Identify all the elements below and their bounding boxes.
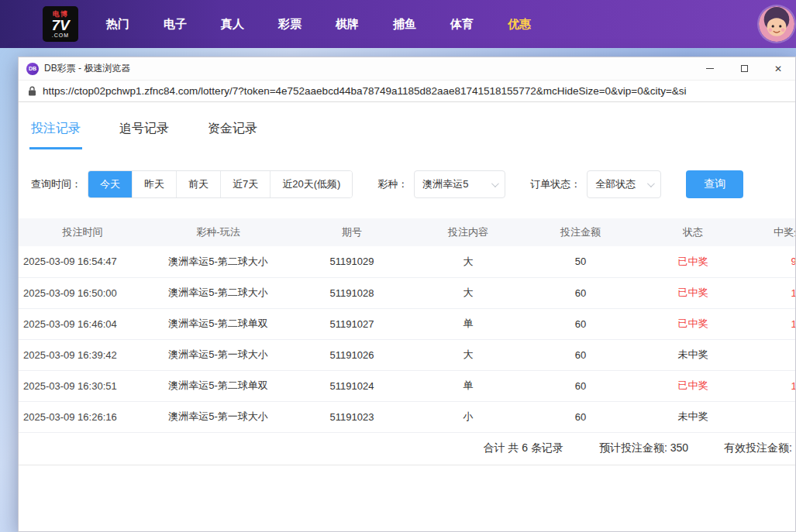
user-avatar[interactable] bbox=[759, 6, 794, 42]
table-row: 2025-03-09 16:39:42 澳洲幸运5-第一球大小 51191026… bbox=[19, 339, 795, 370]
game-play-cell: 澳洲幸运5-第二球大小 bbox=[146, 246, 290, 277]
issue-cell: 51191027 bbox=[290, 308, 414, 339]
bet-time-cell: 2025-03-09 16:54:47 bbox=[19, 246, 146, 277]
maximize-button[interactable] bbox=[727, 57, 761, 81]
table-row: 2025-03-09 16:54:47 澳洲幸运5-第二球大小 51191029… bbox=[19, 246, 795, 277]
nav-item-live[interactable]: 真人 bbox=[221, 17, 244, 32]
logo-suffix: .COM bbox=[52, 33, 69, 38]
browser-window: DB DB彩票 - 极速浏览器 ✕ https://ctop02pchwp1.z… bbox=[18, 57, 796, 532]
prize-cell: 1 bbox=[747, 277, 795, 308]
nav-item-lottery[interactable]: 彩票 bbox=[278, 17, 302, 32]
bet-content-cell: 大 bbox=[414, 246, 522, 277]
header-issue: 期号 bbox=[290, 218, 414, 246]
bet-amount-cell: 60 bbox=[522, 277, 639, 308]
header-bet-amount: 投注金额 bbox=[522, 218, 639, 246]
game-play-cell: 澳洲幸运5-第一球大小 bbox=[146, 339, 290, 370]
tab-fund-records[interactable]: 资金记录 bbox=[206, 121, 259, 149]
time-option-daybefore[interactable]: 前天 bbox=[176, 171, 220, 197]
time-option-7days[interactable]: 近7天 bbox=[220, 171, 270, 197]
bet-time-cell: 2025-03-09 16:39:42 bbox=[19, 339, 146, 370]
summary-valid: 有效投注金额: bbox=[724, 441, 792, 455]
header-bet-content: 投注内容 bbox=[414, 218, 522, 246]
bet-time-cell: 2025-03-09 16:26:16 bbox=[19, 401, 146, 432]
table-row: 2025-03-09 16:46:04 澳洲幸运5-第二球单双 51191027… bbox=[19, 308, 795, 339]
nav-item-promo[interactable]: 优惠 bbox=[508, 17, 531, 32]
window-title: DB彩票 - 极速浏览器 bbox=[44, 62, 693, 75]
minimize-icon bbox=[706, 68, 714, 69]
time-option-20days[interactable]: 近20天(低频) bbox=[270, 171, 352, 197]
bet-content-cell: 单 bbox=[414, 308, 522, 339]
status-cell: 未中奖 bbox=[639, 401, 747, 432]
bet-amount-cell: 60 bbox=[522, 308, 639, 339]
status-cell: 未中奖 bbox=[639, 339, 747, 370]
issue-cell: 51191029 bbox=[290, 246, 414, 277]
time-option-yesterday[interactable]: 昨天 bbox=[132, 171, 176, 197]
filter-bar: 查询时间： 今天 昨天 前天 近7天 近20天(低频) 彩种： 澳洲幸运5 订单… bbox=[31, 170, 795, 198]
time-filter-label: 查询时间： bbox=[31, 177, 81, 191]
maximize-icon bbox=[741, 65, 748, 72]
game-play-cell: 澳洲幸运5-第二球大小 bbox=[146, 277, 290, 308]
issue-cell: 51191026 bbox=[290, 339, 414, 370]
game-play-cell: 澳洲幸运5-第二球单双 bbox=[146, 308, 290, 339]
chevron-down-icon bbox=[491, 180, 499, 187]
bet-time-cell: 2025-03-09 16:50:00 bbox=[19, 277, 146, 308]
table-row: 2025-03-09 16:50:00 澳洲幸运5-第二球大小 51191028… bbox=[19, 277, 795, 308]
tab-bet-records[interactable]: 投注记录 bbox=[29, 121, 82, 149]
bet-time-cell: 2025-03-09 16:30:51 bbox=[19, 370, 146, 401]
bet-time-cell: 2025-03-09 16:46:04 bbox=[19, 308, 146, 339]
time-filter-group: 今天 昨天 前天 近7天 近20天(低频) bbox=[88, 170, 353, 198]
game-play-cell: 澳洲幸运5-第二球单双 bbox=[146, 370, 290, 401]
status-cell: 已中奖 bbox=[639, 370, 747, 401]
header-prize: 中奖金额 bbox=[747, 218, 795, 246]
nav-item-hot[interactable]: 热门 bbox=[106, 17, 129, 32]
query-button[interactable]: 查询 bbox=[686, 170, 743, 198]
lock-icon bbox=[28, 86, 36, 96]
order-status-select[interactable]: 全部状态 bbox=[587, 170, 661, 198]
site-nav-menu: 热门 电子 真人 彩票 棋牌 捕鱼 体育 优惠 bbox=[106, 17, 531, 32]
table-row: 2025-03-09 16:30:51 澳洲幸运5-第二球单双 51191024… bbox=[19, 370, 795, 401]
bet-records-table: 投注时间 彩种-玩法 期号 投注内容 投注金额 状态 中奖金额 2025-03-… bbox=[19, 218, 795, 433]
nav-item-sports[interactable]: 体育 bbox=[450, 17, 474, 32]
prize-cell: 1 bbox=[747, 308, 795, 339]
close-icon: ✕ bbox=[774, 63, 782, 74]
prize-cell: 1 bbox=[747, 370, 795, 401]
bet-content-cell: 小 bbox=[414, 401, 522, 432]
lottery-select[interactable]: 澳洲幸运5 bbox=[414, 170, 505, 198]
tab-chase-records[interactable]: 追号记录 bbox=[118, 121, 171, 149]
table-header-row: 投注时间 彩种-玩法 期号 投注内容 投注金额 状态 中奖金额 bbox=[19, 218, 795, 246]
bet-content-cell: 大 bbox=[414, 339, 522, 370]
app-icon: DB bbox=[26, 63, 39, 75]
nav-item-cards[interactable]: 棋牌 bbox=[336, 17, 359, 32]
summary-expected: 预计投注金额: 350 bbox=[599, 441, 688, 455]
header-status: 状态 bbox=[639, 218, 747, 246]
address-bar[interactable]: https://ctop02pchwp1.zfnc84.com/lottery/… bbox=[19, 81, 795, 102]
bet-content-cell: 单 bbox=[414, 370, 522, 401]
summary-bar: 合计 共 6 条记录 预计投注金额: 350 有效投注金额: bbox=[19, 433, 795, 465]
status-select-value: 全部状态 bbox=[595, 177, 636, 191]
record-tabs: 投注记录 追号记录 资金记录 bbox=[19, 102, 795, 149]
time-option-today[interactable]: 今天 bbox=[88, 171, 132, 197]
url-text: https://ctop02pchwp1.zfnc84.com/lottery/… bbox=[43, 85, 687, 97]
nav-item-slots[interactable]: 电子 bbox=[164, 17, 187, 32]
bet-content-cell: 大 bbox=[414, 277, 522, 308]
minimize-button[interactable] bbox=[693, 57, 727, 81]
nav-item-fishing[interactable]: 捕鱼 bbox=[393, 17, 416, 32]
site-logo[interactable]: 电博 7V .COM bbox=[43, 6, 78, 42]
window-titlebar: DB DB彩票 - 极速浏览器 ✕ bbox=[19, 57, 795, 81]
table-row: 2025-03-09 16:26:16 澳洲幸运5-第一球大小 51191023… bbox=[19, 401, 795, 432]
logo-main: 7V bbox=[51, 18, 69, 33]
status-cell: 已中奖 bbox=[639, 277, 747, 308]
status-filter-label: 订单状态： bbox=[530, 177, 581, 191]
bet-amount-cell: 60 bbox=[522, 339, 639, 370]
lottery-select-value: 澳洲幸运5 bbox=[422, 177, 468, 191]
issue-cell: 51191024 bbox=[290, 370, 414, 401]
bet-amount-cell: 60 bbox=[522, 370, 639, 401]
header-bet-time: 投注时间 bbox=[19, 218, 146, 246]
bet-amount-cell: 50 bbox=[522, 246, 639, 277]
bet-amount-cell: 60 bbox=[522, 401, 639, 432]
game-play-cell: 澳洲幸运5-第一球大小 bbox=[146, 401, 290, 432]
close-button[interactable]: ✕ bbox=[761, 57, 795, 81]
status-cell: 已中奖 bbox=[639, 308, 747, 339]
avatar-image bbox=[759, 6, 794, 42]
chevron-down-icon bbox=[647, 180, 655, 187]
